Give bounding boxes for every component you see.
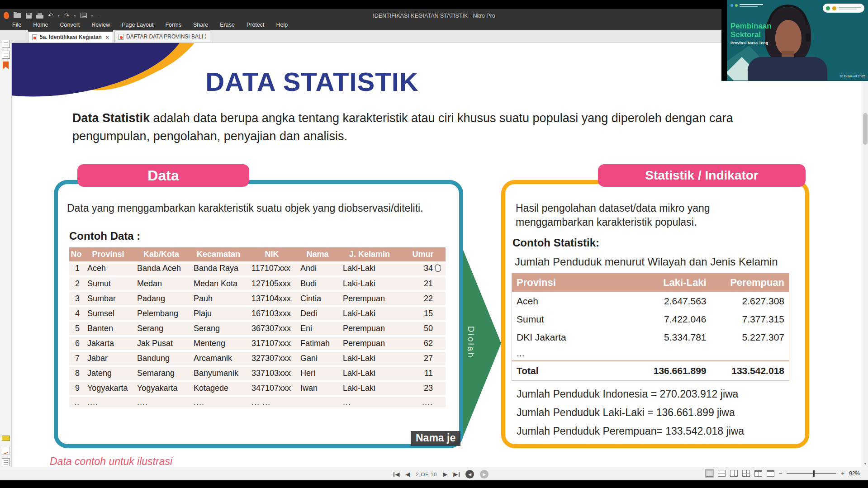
column-header: Provinsi [83, 247, 133, 261]
table-cell: Yogyakarta [83, 381, 133, 396]
redo-icon[interactable]: ↷ [64, 12, 70, 19]
previous-view-button[interactable]: ◀ [465, 470, 474, 479]
table-cell: Pauh [190, 291, 247, 306]
table-cell: Arcamanik [190, 351, 247, 366]
contoh-data-label: Contoh Data : [69, 230, 140, 242]
menu-home[interactable]: Home [27, 22, 54, 28]
table-cell: 8 [69, 366, 83, 381]
attachments-icon[interactable] [2, 458, 10, 466]
save-icon[interactable] [26, 13, 32, 19]
table-header-row: NoProvinsiKab/KotaKecamatanNIKNamaJ. Kel… [69, 247, 446, 261]
last-page-button[interactable]: ▶ [453, 470, 460, 479]
undo-dropdown-icon[interactable]: ▾ [58, 14, 60, 18]
quicksign-dropdown-icon[interactable]: ▾ [91, 14, 93, 18]
quicksign-icon[interactable] [81, 13, 87, 18]
first-page-button[interactable]: ◀ [394, 470, 400, 479]
scrollbar-thumb[interactable] [863, 113, 868, 145]
table-cell: Total [512, 361, 627, 381]
menu-convert[interactable]: Convert [54, 22, 86, 28]
menu-page-layout[interactable]: Page Layout [116, 22, 159, 28]
menubar: FileHomeConvertReviewPage LayoutFormsSha… [6, 20, 294, 30]
table-row: 8JatengSemarangBanyumanik337103xxxHeriLa… [69, 366, 446, 381]
print-icon[interactable] [36, 15, 43, 19]
redo-dropdown-icon[interactable]: ▾ [74, 14, 76, 18]
view-single-icon[interactable] [706, 470, 713, 477]
screen-bottom-strip [0, 480, 868, 488]
table-cell: 137104xxx [247, 291, 296, 306]
table-cell: Bandung [133, 351, 190, 366]
left-sidebar [0, 43, 12, 467]
participant-name-overlay: Nama je [411, 431, 460, 446]
column-header: J. Kelamin [339, 247, 400, 261]
zoom-out-button[interactable]: − [779, 470, 783, 477]
table-row: ................. .......... [69, 396, 446, 408]
table-cell: Aceh [512, 292, 627, 310]
summary-line: Jumlah Penduduk Perempuan= 133.542.018 j… [517, 422, 744, 441]
menu-file[interactable]: File [6, 22, 27, 28]
table-cell: Laki-Laki [339, 306, 400, 321]
vertical-scrollbar[interactable]: ▲ ▼ [862, 43, 868, 467]
table-header-row: ProvinsiLaki-LakiPerempuan [512, 273, 789, 292]
zoom-slider[interactable] [787, 473, 836, 474]
table-cell: 5.334.781 [627, 328, 711, 346]
table-cell: 5.227.307 [711, 328, 789, 346]
table-row: 5BantenSerangSerang367307xxxEniPerempuan… [69, 321, 446, 336]
menu-review[interactable]: Review [85, 22, 116, 28]
intro-bold: Data Statistik [72, 111, 150, 125]
table-cell: 117107xxx [247, 261, 296, 276]
table-cell: 11 [400, 366, 446, 381]
menu-help[interactable]: Help [270, 22, 294, 28]
view-controls: − + 92% [706, 470, 860, 477]
table-cell [627, 346, 711, 361]
zoom-slider-thumb[interactable] [813, 470, 815, 477]
table-row: 7JabarBandungArcamanik327307xxxGaniLaki-… [69, 351, 446, 366]
table-row: Aceh2.647.5632.627.308 [512, 292, 789, 310]
scroll-down-icon[interactable]: ▼ [862, 462, 868, 465]
signature-icon[interactable] [2, 447, 10, 455]
comments-icon[interactable] [2, 436, 10, 441]
table-cell: 21 [400, 276, 446, 291]
next-page-button[interactable]: ▶ [443, 470, 447, 479]
zoom-in-button[interactable]: + [841, 470, 844, 477]
open-file-icon[interactable] [14, 13, 21, 18]
tab-daftar-data-provinsi[interactable]: DAFTAR DATA PROVINSI BALI 2024 [114, 30, 210, 43]
view-book-icon[interactable] [754, 470, 762, 477]
view-facing-continuous-icon[interactable] [742, 470, 750, 477]
table-cell: Perempuan [339, 321, 400, 336]
table-cell: Jak Pusat [133, 336, 190, 351]
search-pane-icon[interactable] [2, 51, 10, 59]
view-cover-icon[interactable] [767, 470, 774, 477]
table-row: 1AcehBanda AcehBanda Raya117107xxxAndiLa… [69, 261, 446, 276]
tab-identifikasi-kegiatan[interactable]: 5a. Identifikasi Kegiatan Statist... × [28, 30, 113, 43]
table-row: DKI Jakarta5.334.7815.227.307 [512, 328, 789, 346]
table-cell: Perempuan [339, 336, 400, 351]
table-cell: 317107xxx [247, 336, 296, 351]
column-header: No [69, 247, 83, 261]
table-cell: 337103xxx [247, 366, 296, 381]
statistik-subtitle: Jumlah Penduduk menurut Wilayah dan Jeni… [515, 256, 778, 268]
table-cell: 7.422.046 [627, 310, 711, 328]
table-cell: Kotagede [190, 381, 247, 396]
tab-close-icon[interactable]: × [105, 34, 109, 41]
table-cell: Iwan [296, 381, 339, 396]
table-cell [296, 396, 339, 408]
page-thumbnails-icon[interactable] [2, 40, 10, 48]
undo-icon[interactable]: ↶ [48, 12, 53, 19]
view-continuous-icon[interactable] [718, 470, 726, 477]
table-cell: Sumut [83, 276, 133, 291]
next-view-button[interactable]: ▶ [480, 470, 489, 479]
view-facing-icon[interactable] [730, 470, 738, 477]
previous-page-button[interactable]: ◀ [406, 470, 410, 479]
menu-erase[interactable]: Erase [214, 22, 241, 28]
customize-toolbar-icon[interactable]: = [98, 14, 100, 18]
menu-protect[interactable]: Protect [241, 22, 270, 28]
column-header: Kab/Kota [133, 247, 190, 261]
menu-forms[interactable]: Forms [159, 22, 187, 28]
webcam-overlay: Pembinaan Sektoral Provinsi Nusa Teng 20… [721, 0, 868, 81]
menu-share[interactable]: Share [187, 22, 214, 28]
nitro-logo-icon [3, 11, 9, 19]
table-cell: 5 [69, 321, 83, 336]
bookmarks-icon[interactable] [3, 62, 9, 69]
table-cell: 127105xxx [247, 276, 296, 291]
table-row: 3SumbarPadangPauh137104xxxCintiaPerempua… [69, 291, 446, 306]
